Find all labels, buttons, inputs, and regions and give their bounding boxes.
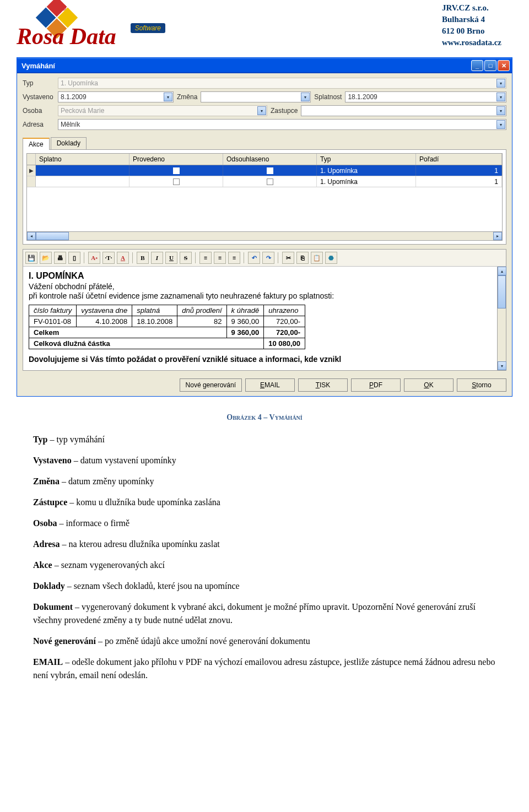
typ-dropdown[interactable]: 1. Upomínka▾ xyxy=(58,78,506,89)
vystaveno-label: Vystaveno xyxy=(23,93,55,101)
align-center-icon[interactable]: ≡ xyxy=(214,252,226,264)
row-indicator-icon: ▶ xyxy=(27,165,36,176)
zmena-label: Změna xyxy=(177,93,197,101)
doc-v-scrollbar[interactable]: ▴ ▾ xyxy=(497,267,506,370)
editor-toolbar: 💾 📂 🖶 ▯ Aa ·T· A B I U S ≡ ≡ ≡ ↶ ↷ ✂ ⎘ 📋… xyxy=(23,250,506,267)
window-vymahani: Vymáhání _ □ ✕ Typ 1. Upomínka▾ Vystaven… xyxy=(17,57,512,397)
vystaveno-input[interactable]: 8.1.2009▾ xyxy=(58,91,174,102)
chevron-down-icon: ▾ xyxy=(257,106,266,115)
link-icon[interactable]: ⬣ xyxy=(325,252,337,264)
splatnost-input[interactable]: 18.1.2009▾ xyxy=(345,91,506,102)
zastupce-dropdown[interactable]: ▾ xyxy=(301,105,506,116)
scroll-thumb[interactable] xyxy=(498,275,506,308)
document-editor: 💾 📂 🖶 ▯ Aa ·T· A B I U S ≡ ≡ ≡ ↶ ↷ ✂ ⎘ 📋… xyxy=(23,249,506,371)
chevron-down-icon: ▾ xyxy=(301,93,310,101)
document-body[interactable]: ▴ ▾ I. UPOMÍNKA Vážení obchodní přátelé,… xyxy=(23,267,506,370)
grid-row[interactable]: 1. Upomínka 1 xyxy=(27,176,502,187)
email-button[interactable]: EMAIL xyxy=(245,378,295,392)
logo: ® Software Rosa Data xyxy=(17,2,165,52)
chevron-down-icon: ▾ xyxy=(496,93,505,101)
adresa-label: Adresa xyxy=(23,121,55,128)
col-odsouhlaseno[interactable]: Odsouhlaseno xyxy=(223,154,317,165)
strike-icon[interactable]: S xyxy=(180,252,192,264)
open-icon[interactable]: 📂 xyxy=(40,252,52,264)
print-icon[interactable]: 🖶 xyxy=(54,252,66,264)
align-right-icon[interactable]: ≡ xyxy=(228,252,240,264)
adresa-dropdown[interactable]: Mělník▾ xyxy=(58,119,506,130)
chevron-down-icon: ▾ xyxy=(496,106,505,115)
col-splatno[interactable]: Splatno xyxy=(36,154,129,165)
copy-icon[interactable]: ⎘ xyxy=(296,252,309,264)
col-typ[interactable]: Typ xyxy=(317,154,416,165)
logo-software-badge: Software xyxy=(131,23,165,33)
grid-h-scrollbar[interactable]: ◂ ▸ xyxy=(27,231,502,240)
tab-doklady[interactable]: Doklady xyxy=(51,137,87,149)
save-icon[interactable]: 💾 xyxy=(25,252,37,264)
storno-button[interactable]: Storno xyxy=(457,378,506,392)
scroll-right-icon[interactable]: ▸ xyxy=(493,232,502,240)
tab-akce[interactable]: Akce xyxy=(23,138,50,150)
description-text: Typ – typ vymáhání Vystaveno – datum vys… xyxy=(0,433,529,706)
logo-text: Rosa Data xyxy=(17,23,116,50)
typ-label: Typ xyxy=(23,79,55,87)
registered-mark: ® xyxy=(61,3,66,12)
osoba-label: Osoba xyxy=(23,107,55,115)
company-info: JRV.CZ s.r.o. Bulharská 4 612 00 Brno ww… xyxy=(442,2,501,52)
doc-title: I. UPOMÍNKA xyxy=(29,271,500,281)
scroll-thumb[interactable] xyxy=(36,232,69,240)
scroll-down-icon[interactable]: ▾ xyxy=(498,361,506,370)
titlebar[interactable]: Vymáhání _ □ ✕ xyxy=(17,58,512,73)
tisk-button[interactable]: TISK xyxy=(298,378,348,392)
font-family-icon[interactable]: ·T· xyxy=(102,252,115,264)
chevron-down-icon: ▾ xyxy=(496,120,505,129)
chevron-down-icon: ▾ xyxy=(164,93,172,101)
font-color-icon[interactable]: A xyxy=(117,252,129,264)
splatnost-label: Splatnost xyxy=(314,93,342,101)
page-header: ® Software Rosa Data JRV.CZ s.r.o. Bulha… xyxy=(0,0,529,57)
scroll-up-icon[interactable]: ▴ xyxy=(498,267,506,275)
underline-icon[interactable]: U xyxy=(165,252,177,264)
ok-button[interactable]: OK xyxy=(404,378,454,392)
page-icon[interactable]: ▯ xyxy=(68,252,80,264)
figure-caption: Obrázek 4 – Vymáhání xyxy=(0,413,529,422)
maximize-button[interactable]: □ xyxy=(484,60,496,71)
font-size-icon[interactable]: Aa xyxy=(88,252,100,264)
osoba-dropdown[interactable]: Pecková Marie▾ xyxy=(58,105,267,116)
doc-line: Vážení obchodní přátelé, xyxy=(29,282,500,291)
doc-table: číslo faktury vystavena dne splatná dnů … xyxy=(29,305,305,349)
akce-grid[interactable]: Splatno Provedeno Odsouhlaseno Typ Pořad… xyxy=(26,153,503,241)
close-button[interactable]: ✕ xyxy=(498,60,510,71)
checkbox[interactable] xyxy=(267,178,273,185)
col-provedeno[interactable]: Provedeno xyxy=(129,154,223,165)
nove-generovani-button[interactable]: Nové generování xyxy=(180,378,242,392)
doc-footer-line: Dovolujujeme si Vás tímto požádat o prov… xyxy=(29,355,500,364)
chevron-down-icon: ▾ xyxy=(496,79,505,88)
zmena-input[interactable]: ▾ xyxy=(201,91,311,102)
window-title: Vymáhání xyxy=(19,62,55,70)
bold-icon[interactable]: B xyxy=(137,252,149,264)
align-left-icon[interactable]: ≡ xyxy=(199,252,212,264)
checkbox[interactable] xyxy=(173,167,180,174)
doc-line: při kontrole naší účetní evidence jsme z… xyxy=(29,291,500,300)
checkbox[interactable] xyxy=(173,178,180,185)
col-poradi[interactable]: Pořadí xyxy=(416,154,502,165)
scroll-left-icon[interactable]: ◂ xyxy=(27,232,36,240)
checkbox[interactable] xyxy=(267,167,273,174)
undo-icon[interactable]: ↶ xyxy=(248,252,260,264)
grid-row[interactable]: ▶ 1. Upomínka 1 xyxy=(27,165,502,176)
paste-icon[interactable]: 📋 xyxy=(311,252,323,264)
pdf-button[interactable]: PDF xyxy=(351,378,401,392)
italic-icon[interactable]: I xyxy=(151,252,163,264)
cut-icon[interactable]: ✂ xyxy=(282,252,294,264)
redo-icon[interactable]: ↷ xyxy=(262,252,274,264)
minimize-button[interactable]: _ xyxy=(471,60,483,71)
zastupce-label: Zastupce xyxy=(271,107,298,115)
